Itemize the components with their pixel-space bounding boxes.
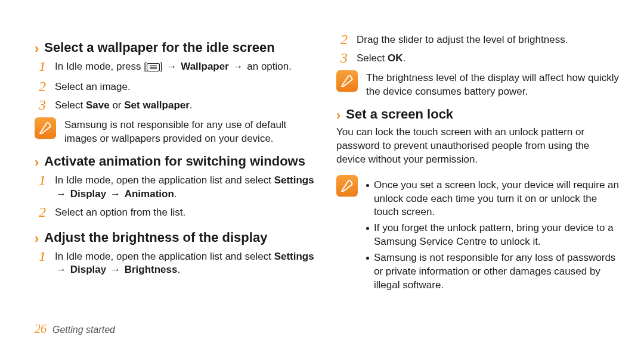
step-text: Select an image. bbox=[55, 79, 131, 94]
arrow-icon: → bbox=[232, 61, 244, 72]
two-column-layout: › Select a wallpaper for the idle screen… bbox=[35, 32, 621, 302]
wallpaper-step-3: 3 Select Save or Set wallpaper. bbox=[35, 98, 320, 113]
brightness-step-3: 3 Select OK. bbox=[336, 51, 621, 66]
note-body: Once you set a screen lock, your device … bbox=[366, 175, 621, 295]
animation-step-1: 1 In Idle mode, open the application lis… bbox=[35, 173, 320, 201]
bold-text: Wallpaper bbox=[181, 61, 229, 72]
left-column: › Select a wallpaper for the idle screen… bbox=[35, 32, 320, 302]
bold-text: Settings bbox=[274, 174, 314, 186]
brightness-step-1: 1 In Idle mode, open the application lis… bbox=[35, 249, 320, 278]
step-number: 2 bbox=[38, 79, 47, 94]
step-text: Select OK. bbox=[357, 51, 405, 66]
brightness-step-2: 2 Drag the slider to adjust the level of… bbox=[336, 32, 621, 47]
bullet-text: Once you set a screen lock, your device … bbox=[374, 179, 621, 220]
menu-key-icon bbox=[147, 62, 160, 76]
list-item: Samsung is not responsible for any loss … bbox=[366, 251, 621, 292]
step-number: 1 bbox=[38, 249, 47, 263]
chevron-right-icon: › bbox=[35, 156, 38, 169]
step-number: 2 bbox=[340, 32, 348, 46]
section-brightness-head: › Adjust the brightness of the display bbox=[35, 230, 320, 245]
section-label: Getting started bbox=[52, 323, 115, 336]
bold-text: Animation bbox=[125, 188, 174, 200]
text: In Idle mode, press [ bbox=[55, 61, 147, 72]
bold-text: Set wallpaper bbox=[124, 99, 190, 111]
note-text: The brightness level of the display will… bbox=[366, 70, 621, 99]
screenlock-note: Once you set a screen lock, your device … bbox=[336, 175, 621, 295]
wallpaper-step-2: 2 Select an image. bbox=[35, 79, 320, 94]
bullet-icon bbox=[366, 184, 369, 187]
section-animation-title: Activate animation for switching windows bbox=[44, 154, 305, 169]
wallpaper-note: Samsung is not responsible for any use o… bbox=[35, 117, 320, 146]
section-screenlock-head: › Set a screen lock bbox=[336, 107, 621, 122]
text: In Idle mode, open the application list … bbox=[55, 174, 274, 186]
section-screenlock-title: Set a screen lock bbox=[346, 107, 453, 121]
bold-text: Display bbox=[70, 264, 106, 275]
bullet-icon bbox=[366, 257, 369, 260]
list-item: Once you set a screen lock, your device … bbox=[366, 179, 621, 220]
section-animation-head: › Activate animation for switching windo… bbox=[35, 154, 320, 169]
chevron-right-icon: › bbox=[35, 42, 38, 55]
bold-text: Brightness bbox=[125, 264, 178, 275]
right-column: 2 Drag the slider to adjust the level of… bbox=[336, 32, 621, 302]
text: In Idle mode, open the application list … bbox=[55, 251, 274, 262]
chevron-right-icon: › bbox=[35, 232, 38, 245]
text: Select bbox=[55, 99, 86, 111]
arrow-icon: → bbox=[55, 188, 67, 200]
screenlock-bullet-list: Once you set a screen lock, your device … bbox=[366, 179, 621, 293]
page-number: 26 bbox=[35, 321, 47, 337]
wallpaper-step-1: 1 In Idle mode, press [] → Wallpaper → a… bbox=[35, 59, 320, 76]
step-text: In Idle mode, press [] → Wallpaper → an … bbox=[55, 59, 292, 76]
text: or bbox=[110, 99, 125, 111]
note-text: Samsung is not responsible for any use o… bbox=[64, 117, 320, 146]
text: Select bbox=[357, 52, 388, 64]
section-brightness-title: Adjust the brightness of the display bbox=[44, 230, 267, 245]
text: an option. bbox=[244, 61, 292, 72]
page-footer: 26 Getting started bbox=[35, 321, 115, 337]
arrow-icon: → bbox=[109, 264, 122, 275]
note-icon bbox=[35, 117, 56, 139]
bullet-icon bbox=[366, 227, 369, 230]
brightness-note: The brightness level of the display will… bbox=[336, 70, 621, 99]
animation-step-2: 2 Select an option from the list. bbox=[35, 205, 320, 220]
bold-text: Settings bbox=[274, 251, 314, 262]
text: . bbox=[177, 264, 180, 275]
step-text: Select an option from the list. bbox=[55, 205, 185, 220]
step-number: 1 bbox=[38, 59, 47, 73]
text: . bbox=[190, 99, 193, 111]
step-text: In Idle mode, open the application list … bbox=[55, 249, 320, 278]
section-wallpaper-head: › Select a wallpaper for the idle screen bbox=[35, 40, 320, 55]
bullet-text: Samsung is not responsible for any loss … bbox=[374, 251, 621, 292]
bold-text: Display bbox=[70, 188, 106, 200]
chevron-right-icon: › bbox=[336, 109, 340, 122]
manual-page: › Select a wallpaper for the idle screen… bbox=[0, 0, 644, 349]
bold-text: OK bbox=[388, 52, 403, 64]
note-icon bbox=[336, 175, 358, 197]
arrow-icon: → bbox=[165, 61, 178, 72]
note-icon bbox=[336, 70, 358, 92]
step-text: In Idle mode, open the application list … bbox=[55, 173, 320, 201]
text: . bbox=[402, 52, 405, 64]
arrow-icon: → bbox=[55, 264, 67, 275]
screenlock-paragraph: You can lock the touch screen with an un… bbox=[336, 126, 621, 167]
bullet-text: If you forget the unlock pattern, bring … bbox=[374, 222, 621, 249]
list-item: If you forget the unlock pattern, bring … bbox=[366, 222, 621, 249]
text: . bbox=[174, 188, 177, 200]
bold-text: Save bbox=[86, 99, 110, 111]
step-number: 2 bbox=[38, 205, 47, 219]
section-wallpaper-title: Select a wallpaper for the idle screen bbox=[44, 40, 274, 55]
arrow-icon: → bbox=[109, 188, 122, 200]
step-number: 3 bbox=[340, 51, 348, 65]
step-text: Drag the slider to adjust the level of b… bbox=[357, 32, 568, 47]
step-number: 3 bbox=[38, 98, 47, 112]
step-text: Select Save or Set wallpaper. bbox=[55, 98, 193, 113]
step-number: 1 bbox=[38, 173, 47, 187]
